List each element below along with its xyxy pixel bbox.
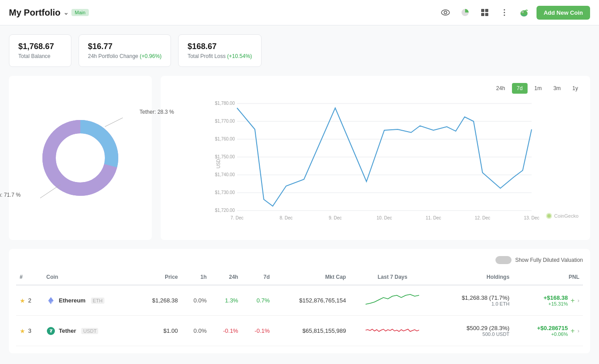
usdt-add-icon[interactable]: +: [570, 327, 574, 335]
svg-text:8. Dec: 8. Dec: [280, 215, 293, 220]
table-header-row: Show Fully Diluted Valuation: [16, 256, 583, 264]
svg-rect-5: [485, 13, 488, 16]
portfolio-change-value: $16.77: [88, 42, 162, 51]
fdv-label: Show Fully Diluted Valuation: [515, 257, 583, 263]
total-balance-value: $1,768.67: [18, 42, 62, 51]
usdt-7d: -0.1%: [242, 316, 274, 346]
eth-holdings: $1,268.38 (71.7%) 1.0 ETH: [435, 285, 513, 316]
pie-chart-icon[interactable]: [458, 5, 472, 20]
usdt-pnl: +$0.286715 +0.06% + ›: [513, 316, 583, 346]
eth-mktcap: $152,876,765,154: [273, 285, 349, 316]
eth-add-icon[interactable]: +: [570, 297, 574, 305]
col-24h: 24h: [210, 269, 242, 285]
main-badge: Main: [71, 9, 89, 16]
col-mktcap: Mkt Cap: [273, 269, 349, 285]
col-coin: Coin: [43, 269, 135, 285]
usdt-star-icon[interactable]: ★: [20, 327, 25, 335]
tab-24h[interactable]: 24h: [491, 83, 510, 94]
tab-1y[interactable]: 1y: [567, 83, 583, 94]
col-7d: 7d: [242, 269, 274, 285]
usdt-arrow-icon[interactable]: ›: [578, 327, 579, 334]
header: My Portfolio ⌄ Main Add New Coin: [0, 0, 599, 25]
svg-point-0: [441, 10, 449, 15]
line-chart-container: 24h 7d 1m 3m 1y $1,780.00: [161, 76, 590, 240]
eth-logo-icon: [46, 296, 55, 305]
usdt-rank-cell: ★ 3: [16, 316, 43, 346]
coingecko-watermark: CoinGecko: [545, 212, 578, 219]
fdv-toggle[interactable]: [495, 256, 512, 264]
svg-point-7: [503, 12, 505, 13]
table-head: # Coin Price 1h 24h 7d Mkt Cap Last 7 Da…: [16, 269, 583, 285]
profit-loss-label: Total Profit Loss (+10.54%): [187, 53, 252, 59]
content-row: Tether: 28.3 % Ethereum: 71.7 % 24h 7d 1…: [9, 76, 590, 240]
usdt-1h: 0.0%: [182, 316, 211, 346]
col-rank: #: [16, 269, 43, 285]
svg-text:7. Dec: 7. Dec: [231, 215, 244, 220]
svg-text:$1,720.00: $1,720.00: [215, 208, 235, 213]
svg-text:$1,780.00: $1,780.00: [215, 101, 235, 106]
svg-text:9. Dec: 9. Dec: [329, 215, 342, 220]
usdt-ticker: USDT: [81, 328, 98, 334]
main-content: $1,768.67 Total Balance $16.77 24h Portf…: [0, 25, 599, 364]
svg-text:$1,730.00: $1,730.00: [215, 190, 235, 195]
coin-table: # Coin Price 1h 24h 7d Mkt Cap Last 7 Da…: [16, 269, 583, 346]
grid-icon[interactable]: [478, 5, 492, 20]
svg-text:11. Dec: 11. Dec: [426, 215, 441, 220]
add-coin-button[interactable]: Add New Coin: [537, 6, 590, 20]
total-balance-label: Total Balance: [18, 53, 62, 59]
svg-point-6: [503, 9, 505, 11]
svg-text:13. Dec: 13. Dec: [524, 215, 539, 220]
profit-loss-card: $168.67 Total Profit Loss (+10.54%): [178, 34, 261, 67]
profit-loss-value: $168.67: [187, 42, 252, 51]
eth-24h: 1.3%: [210, 285, 242, 316]
svg-text:$1,740.00: $1,740.00: [215, 172, 235, 177]
eth-sparkline: [349, 285, 435, 316]
svg-text:₮: ₮: [50, 329, 53, 334]
col-price: Price: [135, 269, 181, 285]
portfolio-title: My Portfolio ⌄ Main: [9, 8, 89, 18]
svg-rect-3: [485, 9, 488, 12]
tab-7d[interactable]: 7d: [512, 83, 528, 94]
eth-1h: 0.0%: [182, 285, 211, 316]
col-last7days: Last 7 Days: [349, 269, 435, 285]
svg-point-11: [522, 12, 523, 12]
usdt-24h: -0.1%: [210, 316, 242, 346]
portfolio-change-card: $16.77 24h Portfolio Change (+0.96%): [79, 34, 171, 67]
eth-arrow-icon[interactable]: ›: [578, 297, 579, 304]
line-chart-svg: $1,780.00 $1,770.00 $1,760.00 $1,750.00 …: [168, 99, 583, 228]
svg-point-8: [503, 15, 505, 16]
pagination: ‹ Prev 1 Next ›: [9, 362, 590, 364]
more-options-icon[interactable]: [497, 5, 512, 20]
eth-pnl: +$168.38 +15.31% + ›: [513, 285, 583, 316]
stats-row: $1,768.67 Total Balance $16.77 24h Portf…: [9, 34, 590, 67]
gecko-icon[interactable]: [517, 5, 531, 20]
profit-loss-pct: (+10.54%): [227, 53, 252, 59]
table-body: ★ 2 Ethereum ETH $1,268.38 0.0% 1.3%: [16, 285, 583, 346]
toggle-container: Show Fully Diluted Valuation: [495, 256, 583, 264]
usdt-holdings: $500.29 (28.3%) 500.0 USDT: [435, 316, 513, 346]
total-balance-card: $1,768.67 Total Balance: [9, 34, 71, 67]
usdt-rank: 3: [28, 327, 31, 334]
eth-coin-cell: Ethereum ETH: [43, 285, 135, 316]
svg-text:$1,750.00: $1,750.00: [215, 154, 235, 159]
eth-price: $1,268.38: [135, 285, 181, 316]
tab-1m[interactable]: 1m: [529, 83, 547, 94]
svg-rect-4: [481, 13, 484, 16]
eye-icon[interactable]: [438, 5, 453, 20]
table-row: ★ 2 Ethereum ETH $1,268.38 0.0% 1.3%: [16, 285, 583, 316]
title-chevron-icon[interactable]: ⌄: [63, 9, 69, 16]
eth-star-icon[interactable]: ★: [20, 297, 25, 304]
svg-text:$1,760.00: $1,760.00: [215, 136, 235, 141]
svg-text:$1,770.00: $1,770.00: [215, 119, 235, 124]
eth-7d: 0.7%: [242, 285, 274, 316]
chart-tabs: 24h 7d 1m 3m 1y: [168, 83, 583, 94]
usdt-sparkline: [349, 316, 435, 346]
eth-rank-cell: ★ 2: [16, 285, 43, 316]
svg-point-16: [58, 136, 103, 180]
title-text: My Portfolio: [9, 8, 61, 18]
tab-3m[interactable]: 3m: [549, 83, 566, 94]
portfolio-change-pct: (+0.96%): [140, 53, 162, 59]
usdt-coin-cell: ₮ Tether USDT: [43, 316, 135, 346]
header-actions: Add New Coin: [438, 5, 590, 20]
donut-chart-svg: [36, 113, 125, 203]
